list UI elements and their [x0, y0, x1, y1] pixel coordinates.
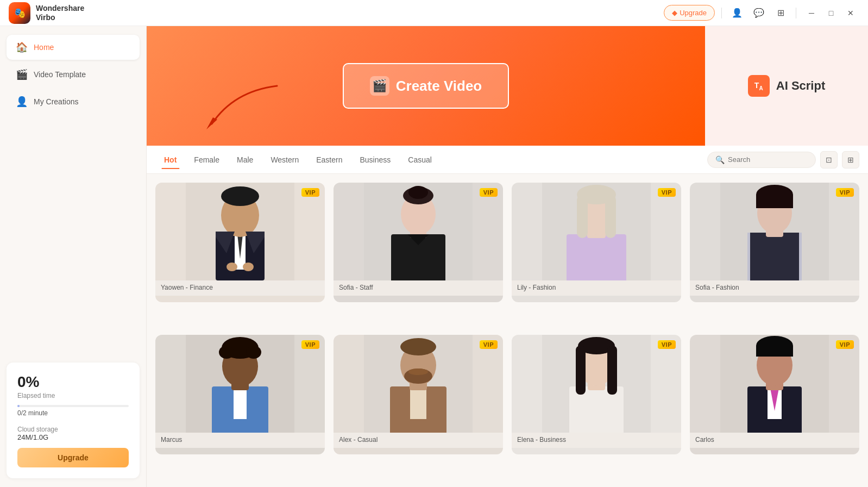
create-video-button[interactable]: 🎬 Create Video: [343, 63, 509, 109]
usage-time: 0/2 minute: [17, 409, 129, 417]
tab-hot[interactable]: Hot: [155, 151, 185, 168]
sidebar: 🏠 Home 🎬 Video Template 👤 My Creations 0…: [0, 26, 147, 487]
avatar-card[interactable]: VIP Lily: [512, 183, 681, 302]
sidebar-item-video-template[interactable]: 🎬 Video Template: [7, 62, 140, 87]
home-icon: 🏠: [15, 41, 28, 53]
avatar-card[interactable]: VIP: [334, 183, 503, 302]
title-bar: 🎭 Wondershare Virbo ◆ Upgrade 👤 💬 ⊞ ─ □ …: [0, 0, 868, 26]
my-creations-label: My Creations: [34, 97, 78, 106]
tab-western[interactable]: Western: [262, 151, 307, 168]
vip-badge: VIP: [658, 340, 676, 349]
upgrade-sidebar-button[interactable]: Upgrade: [17, 448, 129, 467]
svg-rect-24: [577, 195, 588, 238]
filter-area: Hot Female Male Western Eastern Business…: [147, 146, 868, 174]
svg-point-41: [246, 346, 261, 359]
svg-point-48: [400, 338, 436, 355]
upgrade-button[interactable]: ◆ Upgrade: [664, 5, 715, 21]
vip-badge: VIP: [301, 188, 319, 197]
search-input[interactable]: [728, 155, 804, 164]
divider2: [796, 8, 796, 18]
avatar-name: Sofia - Fashion: [690, 280, 859, 296]
content-area: 🎬 Create Video TA AI Script Hot Female M: [147, 26, 868, 487]
account-button[interactable]: 👤: [728, 4, 746, 22]
avatar-name: Carlos: [690, 433, 859, 448]
sidebar-item-home[interactable]: 🏠 Home: [7, 35, 140, 60]
upgrade-label: Upgrade: [680, 9, 707, 17]
ai-script-icon: TA: [748, 75, 770, 97]
svg-point-11: [243, 263, 254, 271]
app-name-line1: Wondershare: [36, 4, 84, 13]
elapsed-label: Elapsed time: [17, 392, 129, 399]
svg-rect-56: [607, 346, 617, 395]
svg-point-49: [408, 369, 428, 375]
avatar-card[interactable]: VIP Elena: [512, 335, 681, 454]
svg-rect-25: [605, 195, 616, 238]
progress-bar-wrap: [17, 405, 129, 407]
avatar-name: Lily - Fashion: [512, 280, 681, 296]
chat-button[interactable]: 💬: [750, 4, 768, 22]
svg-point-17: [408, 186, 428, 199]
maximize-button[interactable]: □: [822, 4, 840, 22]
avatar-figure: [155, 183, 325, 280]
vip-badge: VIP: [836, 340, 854, 349]
svg-rect-55: [576, 346, 586, 395]
my-creations-icon: 👤: [15, 96, 28, 108]
svg-point-10: [227, 263, 237, 271]
avatar-figure: [155, 335, 325, 433]
avatar-card[interactable]: VIP: [155, 335, 325, 454]
svg-rect-29: [799, 233, 802, 280]
divider: [721, 8, 722, 18]
avatar-figure: [334, 183, 503, 280]
sidebar-item-my-creations[interactable]: 👤 My Creations: [7, 89, 140, 114]
app-name-text: Wondershare Virbo: [36, 4, 84, 22]
tab-male[interactable]: Male: [228, 151, 262, 168]
svg-rect-28: [747, 233, 750, 280]
avatar-figure: [690, 335, 859, 433]
avatar-name: Alex - Casual: [334, 433, 503, 448]
hero-main: 🎬 Create Video: [147, 26, 705, 146]
svg-rect-27: [747, 233, 802, 280]
app-branding: 🎭 Wondershare Virbo: [9, 2, 84, 24]
avatar-card[interactable]: VIP: [334, 335, 503, 454]
vip-badge: VIP: [301, 340, 319, 349]
avatar-name: Elena - Business: [512, 433, 681, 448]
avatar-grid: VIP: [147, 174, 868, 487]
tab-business[interactable]: Business: [351, 151, 400, 168]
title-bar-right: ◆ Upgrade 👤 💬 ⊞ ─ □ ✕: [664, 4, 859, 22]
usage-panel: 0% Elapsed time 0/2 minute Cloud storage…: [7, 363, 140, 478]
avatar-card[interactable]: VIP: [690, 335, 859, 454]
avatar-figure: [512, 183, 681, 280]
ai-script-label: AI Script: [776, 79, 825, 93]
tab-female[interactable]: Female: [185, 151, 228, 168]
app-name-line2: Virbo: [36, 13, 84, 22]
svg-rect-20: [567, 234, 626, 280]
window-controls: ─ □ ✕: [803, 4, 859, 22]
avatar-figure: [690, 183, 859, 280]
hero-aside[interactable]: TA AI Script: [705, 26, 868, 146]
avatar-name: Marcus: [155, 433, 325, 448]
video-template-icon: 🎬: [15, 68, 28, 80]
view-type-button-1[interactable]: ⊡: [820, 151, 838, 168]
storage-value: 24M/1.0G: [17, 433, 129, 441]
main-layout: 🏠 Home 🎬 Video Template 👤 My Creations 0…: [0, 26, 868, 487]
avatar-figure: [334, 335, 503, 433]
apps-button[interactable]: ⊞: [772, 4, 789, 22]
create-video-icon: 🎬: [370, 76, 389, 96]
progress-bar: [17, 405, 20, 407]
tab-casual[interactable]: Casual: [399, 151, 441, 168]
avatar-card[interactable]: VIP: [155, 183, 325, 302]
svg-rect-44: [410, 386, 426, 419]
view-type-button-2[interactable]: ⊞: [842, 151, 859, 168]
close-button[interactable]: ✕: [842, 4, 859, 22]
avatar-figure: [512, 335, 681, 433]
svg-point-7: [221, 186, 259, 206]
search-area: 🔍 ⊡ ⊞: [707, 151, 859, 168]
search-box[interactable]: 🔍: [707, 152, 816, 168]
upgrade-icon: ◆: [672, 9, 677, 17]
minimize-button[interactable]: ─: [803, 4, 820, 22]
tab-eastern[interactable]: Eastern: [307, 151, 351, 168]
home-label: Home: [34, 43, 54, 52]
avatar-card[interactable]: VIP: [690, 183, 859, 302]
avatar-name: Yaowen - Finance: [155, 280, 325, 296]
svg-rect-33: [756, 195, 793, 208]
